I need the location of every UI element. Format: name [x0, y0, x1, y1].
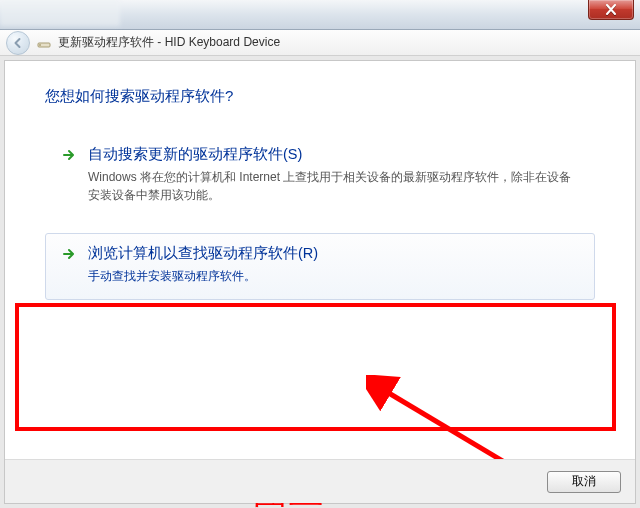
- option-desc: 手动查找并安装驱动程序软件。: [88, 267, 580, 285]
- arrow-right-icon: [60, 145, 78, 165]
- cancel-button[interactable]: 取消: [547, 471, 621, 493]
- option-browse-computer[interactable]: 浏览计算机以查找驱动程序软件(R) 手动查找并安装驱动程序软件。: [45, 233, 595, 300]
- option-desc: Windows 将在您的计算机和 Internet 上查找用于相关设备的最新驱动…: [88, 168, 580, 204]
- device-icon: [36, 35, 52, 51]
- titlebar: [0, 0, 640, 30]
- back-button[interactable]: [6, 31, 30, 55]
- option-title: 浏览计算机以查找驱动程序软件(R): [88, 244, 580, 263]
- dialog-heading: 您想如何搜索驱动程序软件?: [45, 87, 595, 106]
- close-icon: [605, 4, 617, 15]
- arrow-right-icon: [60, 244, 78, 264]
- window-title: 更新驱动程序软件 - HID Keyboard Device: [58, 34, 280, 51]
- dialog-body: 您想如何搜索驱动程序软件? 自动搜索更新的驱动程序软件(S) Windows 将…: [4, 60, 636, 504]
- close-button[interactable]: [588, 0, 634, 20]
- dialog-footer: 取消: [5, 459, 635, 503]
- arrow-left-icon: [12, 37, 24, 49]
- bg-blur: [0, 0, 120, 26]
- navbar: 更新驱动程序软件 - HID Keyboard Device: [0, 30, 640, 56]
- option-title: 自动搜索更新的驱动程序软件(S): [88, 145, 580, 164]
- annotation-highlight: [15, 303, 616, 431]
- svg-rect-1: [39, 44, 41, 46]
- option-auto-search[interactable]: 自动搜索更新的驱动程序软件(S) Windows 将在您的计算机和 Intern…: [45, 134, 595, 219]
